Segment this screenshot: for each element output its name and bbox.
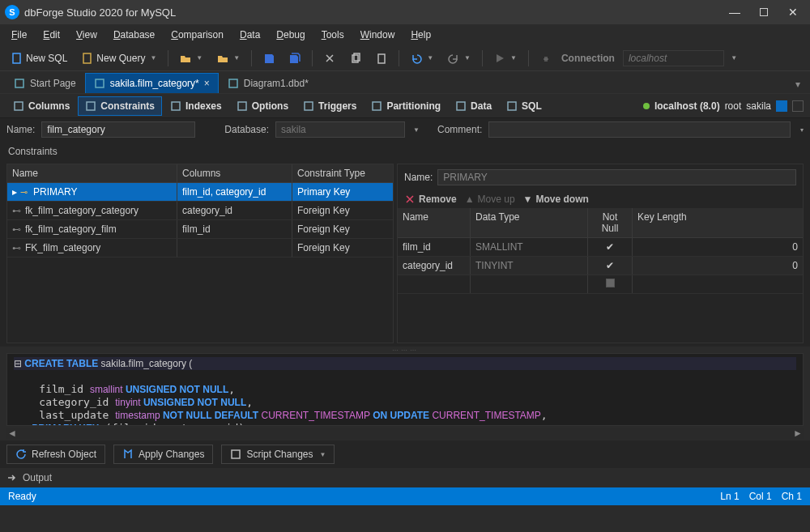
- subtab-triggers[interactable]: Triggers: [296, 97, 363, 115]
- col-type[interactable]: Constraint Type: [292, 164, 393, 182]
- menu-comparison[interactable]: Comparison: [164, 27, 230, 43]
- save-button[interactable]: [258, 50, 279, 66]
- menu-view[interactable]: View: [70, 27, 104, 43]
- new-sql-button[interactable]: New SQL: [6, 50, 72, 66]
- foreign-key-icon: ⊷: [12, 243, 22, 253]
- splitter[interactable]: ⋯⋯⋯: [0, 347, 810, 353]
- copy-button[interactable]: [345, 50, 366, 66]
- subtab-partitioning[interactable]: Partitioning: [364, 97, 447, 115]
- sql-icon: [506, 100, 518, 112]
- paste-button[interactable]: [371, 50, 392, 66]
- table-icon: [94, 78, 105, 89]
- menu-help[interactable]: Help: [404, 27, 437, 43]
- menu-tools[interactable]: Tools: [315, 27, 351, 43]
- dcol-keylength[interactable]: Key Length: [633, 208, 803, 237]
- detail-empty-row[interactable]: [398, 275, 803, 294]
- play-icon: [494, 53, 505, 64]
- constraint-row[interactable]: ⊷FK_film_categoryForeign Key: [7, 239, 393, 257]
- menu-bar: FileEditViewDatabaseComparisonDataDebugT…: [0, 24, 810, 45]
- save-icon: [263, 53, 275, 64]
- constraint-row[interactable]: ⊷fk_film_category_categorycategory_idFor…: [7, 202, 393, 220]
- sql-preview[interactable]: ⊟ CREATE TABLE sakila.film_category ( fi…: [6, 353, 804, 426]
- svg-rect-5: [15, 79, 23, 87]
- run-button[interactable]: ▼: [489, 50, 522, 66]
- explorer-button[interactable]: ▼: [212, 50, 245, 66]
- redo-button[interactable]: ▼: [443, 50, 475, 66]
- trigger-icon: [303, 100, 314, 112]
- connection-host-dropdown[interactable]: localhost: [623, 50, 724, 66]
- view-mode-button-2[interactable]: [792, 100, 804, 112]
- dcol-datatype[interactable]: Data Type: [471, 208, 588, 237]
- move-down-button[interactable]: ▼Move down: [523, 194, 589, 205]
- close-button[interactable]: ✕: [781, 3, 805, 21]
- menu-file[interactable]: File: [5, 27, 33, 43]
- menu-edit[interactable]: Edit: [36, 27, 66, 43]
- detail-row[interactable]: film_idSMALLINT✔0: [398, 238, 803, 257]
- title-bar: S dbForge Studio 2020 for MySQL — ✕: [0, 0, 810, 24]
- name-input[interactable]: [41, 121, 195, 138]
- maximize-button[interactable]: [752, 3, 776, 21]
- checkbox-icon[interactable]: [606, 279, 615, 287]
- db-info: sakila: [746, 100, 771, 112]
- tab-start-page[interactable]: Start Page: [5, 73, 85, 93]
- chevron-down-icon[interactable]: ▼: [731, 54, 737, 62]
- new-query-button[interactable]: New Query▼: [77, 50, 161, 66]
- partition-icon: [371, 100, 382, 112]
- detail-row[interactable]: category_idTINYINT✔0: [398, 257, 803, 275]
- svg-rect-16: [232, 450, 240, 458]
- tabs-overflow-button[interactable]: ▾: [791, 75, 805, 93]
- remove-button[interactable]: Remove: [404, 194, 457, 205]
- subtab-columns[interactable]: Columns: [6, 97, 76, 115]
- col-name[interactable]: Name: [7, 164, 177, 182]
- open-button[interactable]: ▼: [175, 50, 207, 66]
- svg-rect-7: [229, 79, 237, 87]
- status-bar: Ready Ln 1 Col 1 Ch 1: [0, 487, 810, 505]
- subtab-options[interactable]: Options: [230, 97, 295, 115]
- save-all-button[interactable]: [284, 50, 305, 66]
- foreign-key-icon: ⊷: [12, 206, 22, 216]
- connect-button[interactable]: [535, 50, 556, 66]
- scroll-right-icon[interactable]: ►: [792, 428, 804, 439]
- columns-icon: [13, 100, 24, 112]
- options-icon: [237, 100, 248, 112]
- subtab-sql[interactable]: SQL: [500, 97, 548, 115]
- menu-database[interactable]: Database: [107, 27, 161, 43]
- refresh-object-button[interactable]: Refresh Object: [6, 445, 105, 464]
- tab-diagram1-dbd-[interactable]: Diagram1.dbd*: [219, 73, 318, 93]
- horizontal-scrollbar[interactable]: ◄ ►: [6, 428, 804, 439]
- scroll-left-icon[interactable]: ◄: [6, 428, 18, 439]
- undo-button[interactable]: ▼: [406, 50, 438, 66]
- status-ch: Ch 1: [782, 491, 802, 502]
- svg-rect-9: [87, 102, 95, 110]
- sql-file-icon: [11, 53, 23, 64]
- comment-input[interactable]: [488, 121, 791, 138]
- database-input[interactable]: [275, 121, 405, 138]
- close-tab-icon[interactable]: ×: [204, 78, 210, 89]
- cut-button[interactable]: [319, 50, 340, 66]
- dcol-name[interactable]: Name: [398, 208, 471, 237]
- minimize-button[interactable]: —: [723, 3, 747, 21]
- folder-open-icon: [180, 53, 191, 64]
- refresh-icon: [15, 449, 27, 460]
- connection-status-icon: [643, 103, 650, 109]
- subtab-constraints[interactable]: Constraints: [78, 96, 162, 116]
- subtab-data[interactable]: Data: [449, 97, 498, 115]
- table-fields-row: Name: Database: ▼ Comment: ▾: [0, 118, 810, 141]
- script-changes-button[interactable]: Script Changes▼: [221, 445, 335, 464]
- connection-label: Connection: [561, 53, 615, 64]
- constraint-row[interactable]: ▸⊸PRIMARYfilm_id, category_idPrimary Key: [7, 183, 393, 202]
- menu-debug[interactable]: Debug: [270, 27, 311, 43]
- move-up-button[interactable]: ▲Move up: [465, 194, 515, 205]
- view-mode-button-1[interactable]: [776, 100, 787, 112]
- constraint-row[interactable]: ⊷fk_film_category_filmfilm_idForeign Key: [7, 220, 393, 239]
- tab-sakila-film-category-[interactable]: sakila.film_category*×: [85, 73, 219, 93]
- svg-rect-6: [96, 79, 104, 87]
- subtab-indexes[interactable]: Indexes: [164, 97, 228, 115]
- menu-data[interactable]: Data: [233, 27, 266, 43]
- menu-window[interactable]: Window: [354, 27, 402, 43]
- output-panel-header[interactable]: Output: [0, 468, 810, 487]
- apply-changes-button[interactable]: Apply Changes: [113, 445, 213, 464]
- col-columns[interactable]: Columns: [177, 164, 292, 182]
- dcol-notnull[interactable]: Not Null: [588, 208, 633, 237]
- detail-name-input[interactable]: [437, 169, 796, 185]
